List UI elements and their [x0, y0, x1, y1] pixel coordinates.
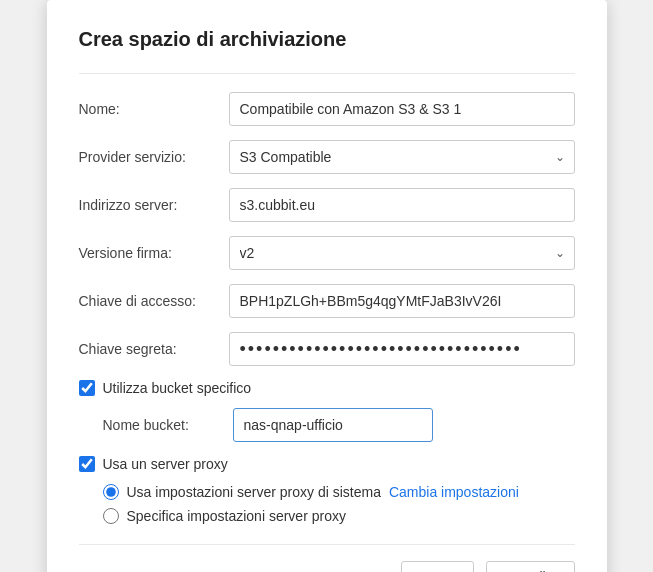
versione-select-wrapper: v2 v4 ⌄ — [229, 236, 575, 270]
proxy-option2-label[interactable]: Specifica impostazioni server proxy — [127, 508, 346, 524]
proxy-checkbox-row: Usa un server proxy — [79, 456, 575, 472]
bucket-checkbox-label[interactable]: Utilizza bucket specifico — [103, 380, 252, 396]
chiave-accesso-label: Chiave di accesso: — [79, 293, 229, 309]
nome-row: Nome: — [79, 92, 575, 126]
bucket-row: Nome bucket: — [103, 408, 575, 442]
divider — [79, 73, 575, 74]
chiave-segreta-input[interactable] — [229, 332, 575, 366]
bucket-input[interactable] — [233, 408, 433, 442]
indirizzo-row: Indirizzo server: — [79, 188, 575, 222]
cancel-button[interactable]: Annulla — [486, 561, 575, 572]
provider-row: Provider servizio: S3 Compatible Amazon … — [79, 140, 575, 174]
bucket-checkbox-row: Utilizza bucket specifico — [79, 380, 575, 396]
provider-label: Provider servizio: — [79, 149, 229, 165]
versione-label: Versione firma: — [79, 245, 229, 261]
versione-row: Versione firma: v2 v4 ⌄ — [79, 236, 575, 270]
nome-input[interactable] — [229, 92, 575, 126]
dialog-footer: Crea Annulla — [79, 544, 575, 572]
bucket-label: Nome bucket: — [103, 417, 233, 433]
create-storage-dialog: Crea spazio di archiviazione Nome: Provi… — [47, 0, 607, 572]
versione-select[interactable]: v2 v4 — [229, 236, 575, 270]
indirizzo-input[interactable] — [229, 188, 575, 222]
proxy-checkbox[interactable] — [79, 456, 95, 472]
nome-label: Nome: — [79, 101, 229, 117]
chiave-accesso-input[interactable] — [229, 284, 575, 318]
proxy-option1-label[interactable]: Usa impostazioni server proxy di sistema — [127, 484, 381, 500]
proxy-change-settings-link[interactable]: Cambia impostazioni — [389, 484, 519, 500]
chiave-segreta-label: Chiave segreta: — [79, 341, 229, 357]
proxy-options: Usa impostazioni server proxy di sistema… — [103, 484, 575, 524]
proxy-option1-row: Usa impostazioni server proxy di sistema… — [103, 484, 575, 500]
provider-select-wrapper: S3 Compatible Amazon S3 Google Cloud Was… — [229, 140, 575, 174]
proxy-option2-row: Specifica impostazioni server proxy — [103, 508, 575, 524]
proxy-checkbox-label[interactable]: Usa un server proxy — [103, 456, 228, 472]
dialog-title: Crea spazio di archiviazione — [79, 28, 575, 51]
chiave-accesso-row: Chiave di accesso: — [79, 284, 575, 318]
bucket-checkbox[interactable] — [79, 380, 95, 396]
create-button[interactable]: Crea — [401, 561, 473, 572]
proxy-custom-radio[interactable] — [103, 508, 119, 524]
indirizzo-label: Indirizzo server: — [79, 197, 229, 213]
chiave-segreta-row: Chiave segreta: — [79, 332, 575, 366]
proxy-system-radio[interactable] — [103, 484, 119, 500]
provider-select[interactable]: S3 Compatible Amazon S3 Google Cloud Was… — [229, 140, 575, 174]
